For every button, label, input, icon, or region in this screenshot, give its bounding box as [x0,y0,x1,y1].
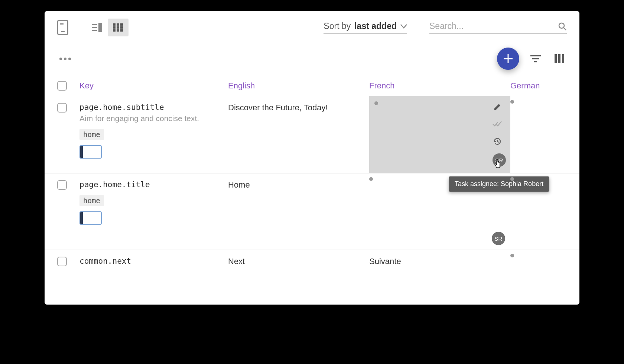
svg-rect-6 [120,23,123,26]
row-checkbox[interactable] [57,257,67,266]
assignee-avatar[interactable]: SR [492,232,505,245]
screenshot-thumbnail[interactable] [79,211,102,225]
history-icon [493,137,502,146]
device-icon[interactable] [57,20,68,35]
english-value[interactable]: Next [228,257,245,266]
svg-rect-0 [92,24,97,25]
top-bar: Sort by last added [45,11,579,36]
search-field[interactable] [429,21,567,34]
screenshot-thumbnail[interactable] [79,145,102,159]
column-header-english[interactable]: English [228,81,369,91]
status-dot-icon [510,254,514,257]
double-check-icon [493,121,502,127]
key-description: Aim for engaging and concise text. [79,114,228,123]
svg-rect-2 [92,30,97,31]
svg-rect-10 [113,29,116,32]
select-all-checkbox[interactable] [57,81,67,91]
english-value[interactable]: Discover the Future, Today! [228,103,328,112]
plus-icon [503,53,513,64]
french-value[interactable]: Suivante [369,257,401,266]
app-window: Sort by last added Key English French Ge… [45,11,579,305]
row-checkbox[interactable] [57,103,67,113]
table-header: Key English French German [45,74,579,96]
chevron-down-icon [400,24,407,29]
svg-rect-5 [117,23,119,26]
sort-dropdown[interactable]: Sort by last added [324,21,407,34]
svg-rect-12 [120,29,123,32]
svg-rect-4 [113,23,116,26]
english-value[interactable]: Home [228,180,250,189]
svg-line-14 [563,27,566,30]
approve-button[interactable] [493,119,502,129]
key-tag[interactable]: home [79,195,104,206]
table-row: SR page.home.subtitle Aim for engaging a… [45,96,579,173]
svg-line-24 [497,142,499,142]
svg-rect-3 [98,23,102,32]
column-header-french[interactable]: French [369,81,510,91]
more-menu-button[interactable] [57,55,73,62]
view-switch [87,19,129,36]
svg-rect-7 [113,26,116,29]
columns-icon [555,54,564,63]
sort-prefix: Sort by [324,21,351,31]
search-input[interactable] [429,21,554,31]
list-view-button[interactable] [87,19,108,36]
table-row: page.home.title home Home SR [45,173,579,250]
key-name: page.home.title [79,180,228,189]
svg-rect-1 [92,27,97,28]
status-dot-icon [510,177,514,181]
column-header-key[interactable]: Key [79,81,228,91]
filter-icon [530,55,541,63]
french-cell-highlight[interactable]: SR [369,96,510,173]
edit-button[interactable] [493,102,502,112]
assignee-avatar[interactable]: SR [493,153,506,167]
cell-actions: SR [493,102,506,167]
pencil-icon [493,103,501,111]
key-name: common.next [79,257,228,266]
svg-rect-8 [117,26,119,29]
list-view-icon [92,23,103,32]
action-bar [45,36,579,74]
sort-value: last added [354,21,397,31]
svg-rect-21 [558,54,560,63]
svg-rect-22 [562,54,564,63]
grid-view-icon [113,23,123,32]
key-tag[interactable]: home [79,129,104,140]
svg-rect-9 [120,26,123,29]
svg-rect-20 [555,54,557,63]
status-dot-icon [374,101,378,105]
status-dot-icon [369,177,373,181]
filter-button[interactable] [528,51,543,66]
status-dot-icon [510,100,514,104]
svg-rect-11 [117,29,119,32]
history-button[interactable] [493,136,502,146]
columns-button[interactable] [552,51,567,66]
table-row: common.next Next Suivante [45,250,579,290]
search-icon [558,22,567,31]
svg-point-13 [559,23,564,28]
row-checkbox[interactable] [57,180,67,190]
key-name: page.home.subtitle [79,103,228,112]
add-key-button[interactable] [497,48,519,70]
grid-view-button[interactable] [108,19,129,36]
column-header-german[interactable]: German [510,81,567,91]
